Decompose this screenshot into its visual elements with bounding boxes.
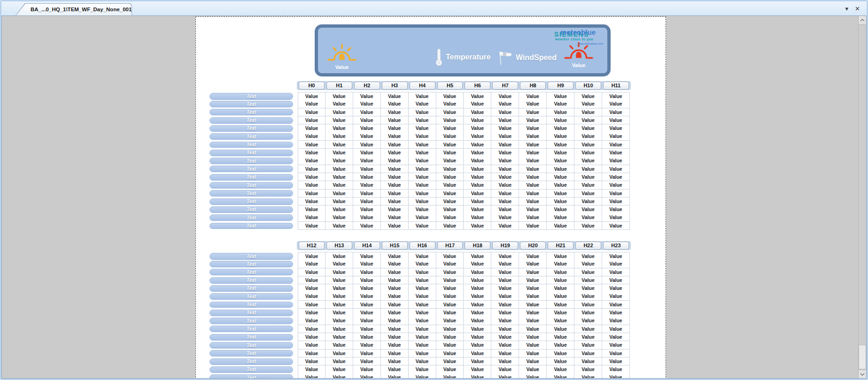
value-cell: Value — [602, 268, 630, 277]
value-cell: Value — [547, 357, 574, 366]
scroll-down-button[interactable] — [859, 370, 866, 378]
document-tab[interactable]: BA_...0_HQ_1\TEM_WF_Day_None_001_150 ✕ — [16, 3, 132, 15]
table-row: TextValueValueValueValueValueValueValueV… — [209, 260, 630, 268]
value-cell: Value — [547, 213, 574, 222]
value-cell: Value — [547, 292, 574, 301]
row-label-pill: Text — [209, 174, 293, 181]
value-cell: Value — [409, 252, 436, 261]
value-cell: Value — [574, 213, 602, 222]
value-cell: Value — [436, 100, 464, 108]
value-cell: Value — [353, 124, 381, 133]
value-cell: Value — [298, 365, 326, 374]
value-cell: Value — [436, 141, 464, 149]
value-cell: Value — [436, 325, 464, 334]
value-cell: Value — [602, 350, 630, 358]
hour-table-h12-h23: H12H13H14H15H16H17H18H19H20H21H22H23Text… — [209, 242, 630, 378]
value-cell: Value — [574, 252, 602, 261]
temperature-metric: Temperature — [435, 48, 491, 66]
value-cell: Value — [547, 222, 574, 230]
value-cell: Value — [602, 141, 630, 149]
value-cell: Value — [574, 124, 602, 133]
design-canvas: Value Temperature — [2, 16, 858, 378]
value-cell: Value — [519, 365, 547, 374]
scroll-up-button[interactable] — [859, 16, 866, 24]
table-row: TextValueValueValueValueValueValueValueV… — [209, 276, 630, 284]
value-cell: Value — [519, 213, 547, 222]
value-cell: Value — [491, 116, 519, 125]
value-cell: Value — [353, 317, 381, 325]
value-cell: Value — [574, 268, 602, 277]
value-cell: Value — [464, 181, 491, 190]
value-cell: Value — [353, 341, 381, 350]
value-cell: Value — [298, 92, 326, 101]
row-label-pill: Text — [209, 223, 293, 229]
column-header: H20 — [520, 242, 546, 250]
value-cell: Value — [464, 284, 491, 293]
value-cell: Value — [547, 149, 574, 157]
value-cell: Value — [464, 92, 491, 101]
tab-list-dropdown-icon[interactable]: ▾ — [845, 6, 849, 12]
value-cell: Value — [574, 309, 602, 317]
value-cell: Value — [547, 341, 574, 350]
row-label-pill: Text — [209, 101, 293, 107]
value-cell: Value — [353, 276, 381, 285]
value-cell: Value — [574, 292, 602, 301]
value-cell: Value — [326, 149, 353, 157]
value-cell: Value — [298, 357, 326, 366]
value-cell: Value — [519, 333, 547, 342]
value-cell: Value — [381, 222, 409, 230]
value-cell: Value — [602, 301, 630, 309]
value-cell: Value — [326, 116, 353, 125]
value-cell: Value — [491, 260, 519, 268]
value-cell: Value — [409, 173, 436, 182]
value-cell: Value — [353, 165, 381, 174]
value-cell: Value — [326, 357, 353, 366]
scrollbar-thumb[interactable] — [859, 345, 866, 369]
value-cell: Value — [381, 341, 409, 350]
table-row: TextValueValueValueValueValueValueValueV… — [209, 124, 630, 132]
value-cell: Value — [409, 325, 436, 334]
value-cell: Value — [464, 333, 491, 342]
row-label-pill: Text — [209, 133, 293, 140]
logo-tagline: weather close to you — [555, 38, 593, 41]
table-row: TextValueValueValueValueValueValueValueV… — [209, 181, 630, 189]
value-cell: Value — [353, 268, 381, 277]
value-cell: Value — [574, 260, 602, 268]
row-label-pill: Text — [209, 117, 293, 124]
value-cell: Value — [602, 260, 630, 268]
value-cell: Value — [464, 350, 491, 358]
value-cell: Value — [464, 260, 491, 268]
value-cell: Value — [326, 317, 353, 325]
value-cell: Value — [491, 222, 519, 230]
value-cell: Value — [436, 365, 464, 374]
value-cell: Value — [381, 173, 409, 182]
value-cell: Value — [353, 333, 381, 342]
value-cell: Value — [547, 301, 574, 309]
value-cell: Value — [353, 190, 381, 198]
value-cell: Value — [326, 213, 353, 222]
value-cell: Value — [381, 365, 409, 374]
value-cell: Value — [464, 149, 491, 157]
value-cell: Value — [298, 268, 326, 277]
value-cell: Value — [519, 325, 547, 334]
value-cell: Value — [436, 292, 464, 301]
value-cell: Value — [464, 365, 491, 374]
close-icon[interactable]: ✕ — [855, 6, 860, 12]
row-label-pill: Text — [209, 358, 293, 365]
vertical-scrollbar[interactable] — [858, 16, 866, 378]
column-header: H12 — [299, 242, 325, 250]
table-header-row: H0H1H2H3H4H5H6H7H8H9H10H11 — [209, 82, 630, 90]
value-cell: Value — [381, 108, 409, 117]
value-cell: Value — [574, 205, 602, 214]
column-header: H15 — [382, 242, 408, 250]
value-cell: Value — [491, 132, 519, 141]
value-cell: Value — [353, 373, 381, 378]
table-row: TextValueValueValueValueValueValueValueV… — [209, 92, 630, 100]
tab-title: BA_...0_HQ_1\TEM_WF_Day_None_001_150 — [31, 7, 144, 12]
value-cell: Value — [464, 325, 491, 334]
value-cell: Value — [519, 222, 547, 230]
value-cell: Value — [436, 373, 464, 378]
tab-close-icon[interactable]: ✕ — [150, 7, 155, 12]
value-cell: Value — [381, 181, 409, 190]
logo-block: SIEMENS meteoblue weather close to you w… — [554, 28, 604, 48]
